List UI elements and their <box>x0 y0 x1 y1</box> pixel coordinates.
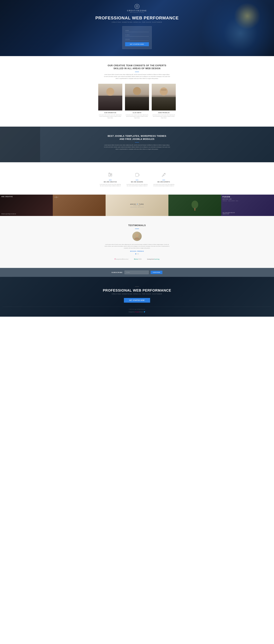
subscribe-email-input[interactable] <box>125 270 149 274</box>
portfolio-text-1: ARE CREATIVE <box>1 196 52 198</box>
dark-section-title: BEST JOOMLA TEMPLATES, WORDPRESS THEMESA… <box>3 134 271 141</box>
team-member-1: SAM KROMSTAIN Lorem ipsum dolor sit amet… <box>98 84 122 119</box>
team-grid: SAM KROMSTAIN Lorem ipsum dolor sit amet… <box>3 84 271 119</box>
svg-rect-2 <box>109 173 110 174</box>
portfolio-sub-text-1: Whatever good things we build end <box>1 213 16 214</box>
feature-title-2: WE ARE MODERN <box>126 181 148 182</box>
portfolio-cta-5: GET YOUR FREE WEB SITESAMPLE NOW! <box>222 212 235 215</box>
dark-section: BEST JOOMLA TEMPLATES, WORDPRESS THEMESA… <box>0 126 274 162</box>
portfolio-item-5[interactable]: FUSIONDESIGN LAB PORTFOLIONEWS & EVENTSB… <box>221 194 274 216</box>
svg-rect-13 <box>194 208 195 210</box>
get-started-button[interactable]: GET STARTED NOW! <box>125 42 149 46</box>
portfolio-item-1[interactable]: ARE CREATIVE Whatever good things we bui… <box>0 194 53 216</box>
dot-2[interactable] <box>137 254 137 254</box>
team-member-2: ALAN SMITH Lorem ipsum dolor sit amet co… <box>125 84 149 119</box>
partner-templatetuning: templatetuning <box>147 258 159 260</box>
svg-point-11 <box>164 173 165 174</box>
tools-icon <box>160 172 167 178</box>
team-section-divider <box>135 72 139 72</box>
partners-bar: TemplateMonster MotoCMS templatetuning <box>3 258 271 260</box>
team-desc-3: Lorem ipsum dolor sit amet conse ctetur … <box>152 114 176 119</box>
footer-divider <box>135 286 139 287</box>
testimonial-name: MICHAEL FREEMAN <box>3 250 271 252</box>
pencil-icon <box>107 172 114 178</box>
feature-desc-2: Lorem ipsum dolor sit amet conse ctetur … <box>126 184 148 186</box>
email-input[interactable] <box>125 34 149 36</box>
team-name-2: ALAN SMITH <box>125 112 149 114</box>
feature-title-3: WE ARE EXPERTS <box>153 181 174 182</box>
hero-title: PROFESSIONAL WEB PERFORMANCE <box>95 16 179 20</box>
portfolio-title-3: ARCHI + TURE <box>130 203 144 205</box>
coffee-icon <box>134 172 140 178</box>
hero-subtitle: CREATING SOMETHING SPECIAL FOR EACH CUST… <box>112 22 162 23</box>
feature-item-3: WE ARE EXPERTS Lorem ipsum dolor sit ame… <box>153 172 174 186</box>
fusion-brand: FUSIONDESIGN LAB <box>222 196 273 200</box>
fusion-nav: PORTFOLIONEWS & EVENTSBLOG <box>222 200 273 201</box>
footer-cta-button[interactable]: GET STARTED NOW! <box>124 298 150 303</box>
team-desc-2: Lorem ipsum dolor sit amet conse ctetur … <box>125 114 149 119</box>
copyright-text: © 2015 Your Logo. All Rights Reserved. <box>3 309 271 310</box>
logo-icon <box>135 4 139 9</box>
logo-area: CREATIVEZONE WEB DESIGN STUDIO <box>127 4 147 13</box>
team-name-1: SAM KROMSTAIN <box>98 112 122 114</box>
testimonial-dots <box>3 254 271 254</box>
feature-item-1: WE ARE CREATIVE Lorem ipsum dolor sit am… <box>100 172 121 186</box>
tm-logo: Designed by TemplateMonster <box>129 311 143 312</box>
feature-item-2: WE ARE MODERN Lorem ipsum dolor sit amet… <box>126 172 148 186</box>
team-member-3: JOHN FRANKLIN Lorem ipsum dolor sit amet… <box>152 84 176 119</box>
testimonials-title: TESTIMONIALS <box>3 224 271 227</box>
portfolio-item-4[interactable] <box>168 194 221 216</box>
hero-form: GET STARTED NOW! <box>122 26 152 49</box>
dark-section-divider <box>135 142 139 142</box>
feature-divider-3 <box>162 180 165 180</box>
feature-desc-3: Lorem ipsum dolor sit amet conse ctetur … <box>153 184 174 186</box>
team-section-title: OUR CREATIVE TEAM CONSISTS OF THE EXPERT… <box>3 64 271 70</box>
portfolio-overlay-2: —|— <box>54 196 104 198</box>
feature-desc-1: Lorem ipsum dolor sit amet conse ctetur … <box>100 184 121 186</box>
portfolio-subtext-3: FROM OUR BLOG - VISIT OUR SITE <box>130 207 144 208</box>
svg-point-12 <box>191 200 198 208</box>
svg-rect-4 <box>111 173 112 176</box>
footer-copyright: © 2015 Your Logo. All Rights Reserved. D… <box>3 307 271 313</box>
features-section: WE ARE CREATIVE Lorem ipsum dolor sit am… <box>0 162 274 194</box>
feature-divider-1 <box>109 180 112 180</box>
footer-title: PROFESSIONAL WEB PERFORMANCE <box>3 288 271 292</box>
features-grid: WE ARE CREATIVE Lorem ipsum dolor sit am… <box>3 172 271 186</box>
name-input[interactable] <box>125 29 149 32</box>
phone-input[interactable] <box>125 38 149 41</box>
partner-templatemonster: TemplateMonster <box>115 258 129 260</box>
testimonials-divider <box>135 229 139 229</box>
footer-section: PROFESSIONAL WEB PERFORMANCE CREATING SO… <box>0 277 274 317</box>
portfolio-subtitle-3: of art + racy <box>134 205 140 206</box>
subscribe-label: SUBSCRIBE <box>112 272 123 273</box>
team-photo-2 <box>125 84 149 110</box>
subscribe-button[interactable]: SUBSCRIBE <box>151 271 162 274</box>
partner-motocms: MotoCMS <box>134 258 142 260</box>
team-photo-1 <box>98 84 122 110</box>
dark-section-desc: Lorem ipsum dolor sit amet conse ctetur … <box>104 144 170 150</box>
hero-section: CREATIVEZONE WEB DESIGN STUDIO PROFESSIO… <box>0 0 274 56</box>
portfolio-section: ARE CREATIVE Whatever good things we bui… <box>0 194 274 216</box>
svg-point-0 <box>136 6 138 7</box>
testimonials-section: TESTIMONIALS Lorem ipsum dolor sit amet … <box>0 216 274 268</box>
team-photo-3 <box>152 84 176 110</box>
footer-subtitle: CREATING SOMETHING SPECIAL FOR EACH CUST… <box>3 293 271 294</box>
portfolio-item-2[interactable]: —|— <box>53 194 106 216</box>
portfolio-tree <box>168 194 221 216</box>
dot-3[interactable] <box>138 254 139 254</box>
dot-1[interactable] <box>135 254 136 254</box>
testimonial-avatar <box>132 232 142 241</box>
feature-title-1: WE ARE CREATIVE <box>100 181 121 182</box>
portfolio-item-3[interactable]: ARCHI + TURE of art + racy FROM OUR BLOG… <box>106 194 168 216</box>
portfolio-dash: —|— <box>54 196 104 198</box>
team-section: OUR CREATIVE TEAM CONSISTS OF THE EXPERT… <box>0 56 274 126</box>
team-section-desc: Lorem ipsum dolor sit amet conse ctetur … <box>104 74 170 80</box>
team-name-3: JOHN FRANKLIN <box>152 112 176 114</box>
testimonial-text: Lorem ipsum dolor sit amet conse ctetur … <box>104 244 170 249</box>
logo-subtitle: WEB DESIGN STUDIO <box>130 12 144 13</box>
designed-by: Designed by TemplateMonster <box>3 311 271 313</box>
subscribe-section: SUBSCRIBE SUBSCRIBE <box>0 268 274 277</box>
portfolio-archi: ARCHI + TURE of art + racy FROM OUR BLOG… <box>106 194 168 216</box>
svg-rect-1 <box>109 173 110 176</box>
portfolio-fusion: FUSIONDESIGN LAB PORTFOLIONEWS & EVENTSB… <box>222 196 273 201</box>
